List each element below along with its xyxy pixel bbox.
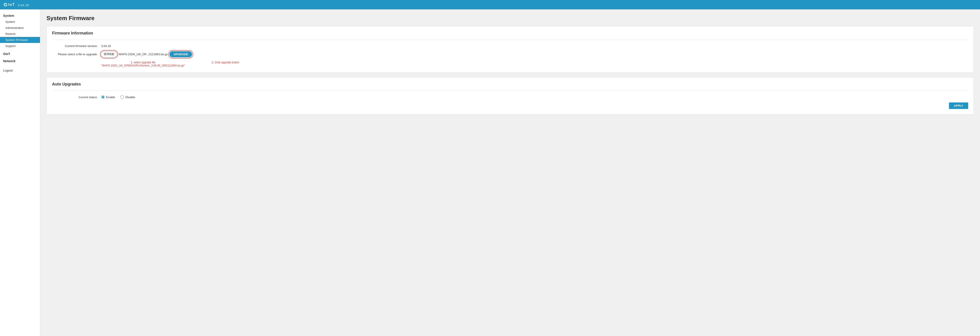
enable-option[interactable]: Enable <box>101 95 115 99</box>
annotation-area: 1. select upgrade file "WAPS-232N_LW_OPD… <box>101 61 968 67</box>
auto-upgrades-title: Auto Upgrades <box>52 82 968 86</box>
firmware-version-label: Current firmware version: <box>52 44 101 48</box>
header: G IoT 3.04.19 <box>0 0 980 10</box>
layout: System System Administration Restore Sys… <box>0 10 980 336</box>
enable-radio[interactable] <box>101 95 105 99</box>
enable-label: Enable <box>106 96 115 99</box>
firmware-card-title: Firmware Information <box>52 31 968 35</box>
main-content: System Firmware Firmware Information Cur… <box>40 10 980 336</box>
apply-button[interactable]: APPLY <box>949 102 968 109</box>
sidebar: System System Administration Restore Sys… <box>0 10 40 336</box>
choose-file-button[interactable]: 選擇檔案 <box>101 51 117 57</box>
select-file-label: Please select a file to upgrade: <box>52 53 101 56</box>
sidebar-item-system-firmware[interactable]: System Firmware <box>0 37 40 43</box>
firmware-info-card: Firmware Information Current firmware ve… <box>46 26 974 73</box>
sidebar-item-restore[interactable]: Restore <box>0 31 40 37</box>
sidebar-item-administration[interactable]: Administration <box>0 25 40 31</box>
firmware-version-row: Current firmware version: 3.04.19 <box>52 44 968 48</box>
auto-upgrades-card: Auto Upgrades Current status: Enable Dis… <box>46 77 974 115</box>
page-title: System Firmware <box>46 15 974 22</box>
radio-options: Enable Disable <box>101 95 135 99</box>
upgrade-button[interactable]: UPGRADE <box>170 51 192 57</box>
logo: G IoT 3.04.19 <box>3 2 29 8</box>
file-name-display: WAPS-232N_LW_OP...2121863.tar.gz <box>119 53 168 56</box>
sidebar-system-group: System System Administration Restore Sys… <box>0 12 40 49</box>
sidebar-system-label: System <box>0 12 40 19</box>
apply-row: APPLY <box>52 102 968 109</box>
sidebar-item-system[interactable]: System <box>0 19 40 25</box>
sidebar-logout[interactable]: Logout <box>0 66 40 75</box>
file-input-area: 選擇檔案 WAPS-232N_LW_OP...2121863.tar.gz UP… <box>101 51 192 57</box>
logo-iot: IoT <box>8 3 15 7</box>
disable-option[interactable]: Disable <box>120 95 135 99</box>
firmware-version-value: 3.04.19 <box>101 44 111 48</box>
disable-radio[interactable] <box>120 95 124 99</box>
sidebar-item-support[interactable]: Support <box>0 43 40 49</box>
select-file-row: Please select a file to upgrade: 選擇檔案 WA… <box>52 51 968 57</box>
card-divider <box>52 40 968 40</box>
current-status-label: Current status: <box>52 96 101 99</box>
disable-label: Disable <box>125 96 135 99</box>
current-status-row: Current status: Enable Disable <box>52 95 968 99</box>
annotation-click: 2. Click upgrade button <box>212 61 239 67</box>
sidebar-network-label[interactable]: Network <box>0 57 40 64</box>
annotation-select: 1. select upgrade file "WAPS-232N_LW_OPD… <box>101 61 185 67</box>
logo-g: G <box>3 2 7 8</box>
header-version: 3.04.19 <box>16 2 29 8</box>
sidebar-glot-label: GIoT <box>0 50 40 57</box>
